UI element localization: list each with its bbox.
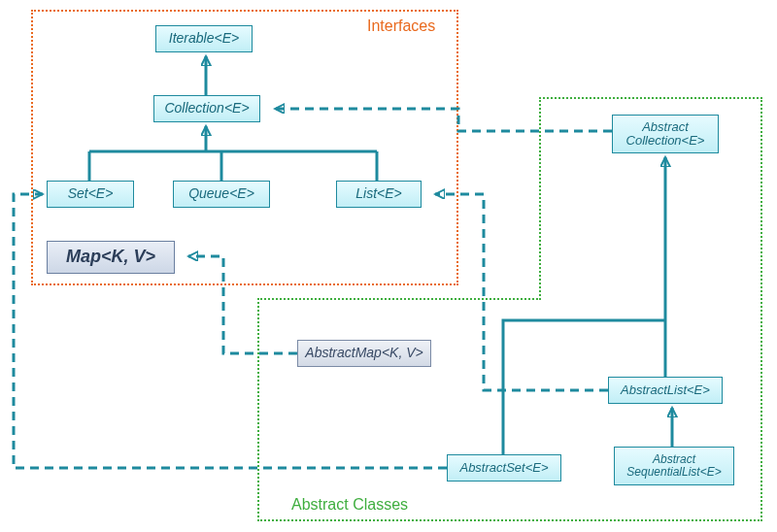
node-iterable: Iterable<E> xyxy=(155,25,253,52)
node-list: List<E> xyxy=(336,181,422,208)
node-abstract-map: AbstractMap<K, V> xyxy=(297,340,431,367)
diagram-stage: Interfaces Abstract Classes Iterable<E> … xyxy=(0,0,777,532)
node-abstract-seqlist: Abstract SequentialList<E> xyxy=(614,447,734,485)
node-abstract-collection: Abstract Collection<E> xyxy=(612,115,719,153)
mask-join xyxy=(541,298,760,302)
abstract-classes-group-box xyxy=(257,298,762,521)
abstract-classes-group-label: Abstract Classes xyxy=(291,496,408,514)
node-abstract-set: AbstractSet<E> xyxy=(447,454,561,482)
node-collection: Collection<E> xyxy=(153,95,260,122)
node-map: Map<K, V> xyxy=(47,241,175,274)
node-abstract-list: AbstractList<E> xyxy=(608,377,723,404)
node-queue: Queue<E> xyxy=(173,181,270,208)
node-set: Set<E> xyxy=(47,181,134,208)
interfaces-group-label: Interfaces xyxy=(367,17,435,35)
